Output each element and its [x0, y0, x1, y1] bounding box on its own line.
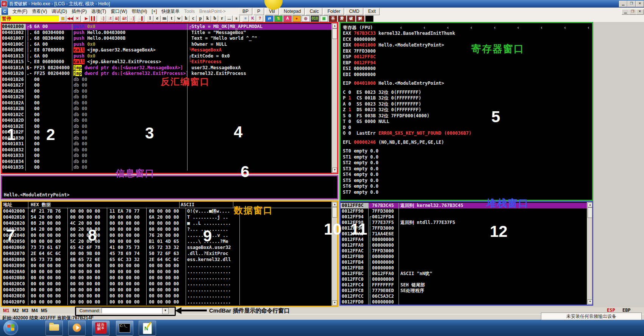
register-line[interactable]: O 0 LastErr ERROR_SXS_KEY_NOT_FOUND (000…	[341, 131, 592, 137]
register-line[interactable]: ST7 empty 0.0	[341, 190, 592, 196]
black-square[interactable]	[365, 16, 374, 22]
chevron-left-icon[interactable]: ‹	[587, 25, 590, 31]
explorer-taskbar-button[interactable]	[45, 320, 63, 336]
sync-plugin-icon[interactable]: ⇄	[265, 16, 274, 22]
scroll-up-icon[interactable]: ▲	[588, 202, 592, 207]
disasm-row[interactable]: 00401007│.68 0B304000push Hello.0040300B…	[2, 36, 331, 42]
stack-row[interactable]: 0012FFAC│7FFD3000	[341, 248, 587, 254]
scroll-down-icon[interactable]: ▼	[332, 300, 337, 305]
help-icon[interactable]: ?	[256, 16, 263, 22]
toolbar-letter-h[interactable]: h	[183, 16, 189, 22]
disasm-row[interactable]: 0040103500db 00	[2, 165, 331, 171]
log-list-icon[interactable]: ≡	[242, 16, 249, 22]
disasm-row[interactable]: 0040102B00db 00	[2, 106, 331, 112]
dump-row[interactable]: 004020004F 21 7B 7600 00 00 0011 EA 70 7…	[2, 208, 337, 214]
menu-item-1[interactable]: 查看(V)	[30, 8, 49, 15]
dump-row[interactable]: 0040205000 00 00 005C 20 00 0000 00 00 0…	[2, 238, 337, 244]
register-line[interactable]: ST5 empty 0.0	[341, 178, 592, 184]
stack-row[interactable]: 0012FFB0│00000000	[341, 254, 587, 260]
trace-into-icon[interactable]: ⇊]	[114, 16, 120, 22]
shortcut-editor-icon[interactable]: K	[249, 16, 256, 22]
menu-button-exit[interactable]: Exit	[364, 8, 380, 15]
register-line[interactable]: EIP 00401000 Hello.<ModuleEntryPoint>	[341, 81, 592, 87]
char-jie-button[interactable]: 解	[356, 16, 364, 22]
register-line[interactable]: ST3 empty 0.0	[341, 166, 592, 172]
menu-button-notepad[interactable]: Notepad	[280, 8, 305, 15]
disasm-row[interactable]: 0040103200db 00	[2, 147, 331, 153]
disasm-row[interactable]: 0040102C00db 00	[2, 112, 331, 118]
memory-tab-m2[interactable]: M2	[13, 308, 19, 313]
stack-row[interactable]: 0012FFC0│00000000	[341, 277, 587, 282]
window-plugin-icon[interactable]: ▣	[320, 16, 328, 22]
menu-item-9[interactable]: Tools	[182, 8, 197, 15]
toolbar-letter-r[interactable]: r	[219, 16, 225, 22]
toolbar-letter-l[interactable]: l	[147, 16, 153, 22]
chevron-left-icon[interactable]: ‹	[540, 25, 543, 31]
stack-row[interactable]: 0012FFD0│00000000	[341, 299, 587, 305]
toolbar-letter-e[interactable]: e	[154, 16, 161, 22]
stack-row[interactable]: 0012FFA8│00000000	[341, 243, 587, 248]
open-file-icon[interactable]: ▨	[59, 16, 66, 22]
register-line[interactable]: C 0 ES 0023 32位 0(FFFFFFFF)	[341, 90, 592, 96]
52pojie-taskbar-button[interactable]: 破吾解☂	[92, 320, 109, 336]
menu-item-4[interactable]: 选项(T)	[89, 8, 108, 15]
dump-row[interactable]: 004020A000 00 00 0000 00 00 0000 00 00 0…	[2, 269, 337, 275]
scroll-thumb[interactable]	[332, 28, 337, 39]
close-button[interactable]: ✕	[636, 1, 644, 7]
minimize-button[interactable]: ▁	[619, 1, 627, 7]
register-line[interactable]: EFL 00000246 (NO,NB,E,BE,NS,PE,GE,LE)	[341, 140, 592, 146]
disasm-row[interactable]: 0040103300db 00	[2, 153, 331, 159]
stack-row[interactable]: 0012FF98│777E37F5返回到 ntdll.777E37F5	[341, 220, 587, 226]
disasm-row[interactable]: 0040102800db 00	[2, 89, 331, 95]
chevron-left-icon[interactable]: ‹	[470, 25, 473, 31]
char-ai-button[interactable]: 爱	[338, 16, 346, 22]
mdi-restore-button[interactable]: ❐	[629, 9, 636, 15]
dump-row[interactable]: 0040202008 20 00 004C 20 00 0000 00 00 0…	[2, 220, 337, 226]
char-wu-button[interactable]: 吾	[329, 16, 337, 22]
info-window[interactable]: Hello.<ModuleEntryPoint>	[1, 175, 338, 199]
register-line[interactable]: EBP 0012FF94	[341, 60, 592, 66]
trace-over-icon[interactable]: ⇊t	[121, 16, 128, 22]
stack-row[interactable]: 0012FFCC│06C5A3C2	[341, 294, 587, 299]
toolbar-letter-b[interactable]: b	[211, 16, 218, 22]
stack-row[interactable]: 0012FFA4│00000000	[341, 237, 587, 243]
register-line[interactable]: EDX 00401000 Hello.<ModuleEntryPoint>	[341, 42, 592, 48]
disasm-row[interactable]: 0040102D00db 00	[2, 118, 331, 124]
cmd-taskbar-button[interactable]: C:\_	[116, 320, 133, 336]
scroll-thumb[interactable]	[332, 207, 337, 218]
target-plugin-icon[interactable]: ◎	[302, 16, 310, 22]
record-plugin-icon[interactable]: ●	[292, 16, 301, 22]
updown-plugin-icon[interactable]: ⇅	[274, 16, 283, 22]
stack-row[interactable]: 0012FFC4│FFFFFFFFSEH 链尾部	[341, 282, 587, 288]
notepadpp-taskbar-button[interactable]: N	[139, 320, 156, 336]
restart-icon[interactable]: ◀◀	[67, 16, 73, 22]
chevron-left-icon[interactable]: ‹	[400, 25, 402, 31]
chevron-left-icon[interactable]: ‹	[517, 25, 519, 31]
media-player-taskbar-button[interactable]	[68, 320, 86, 336]
chevron-left-icon[interactable]: ‹	[564, 25, 566, 31]
memory-tab-m5[interactable]: M5	[41, 308, 47, 313]
register-line[interactable]: EBX 7FFD3000	[341, 48, 592, 54]
register-line[interactable]: Z 1 DS 0023 32位 0(FFFFFFFF)	[341, 107, 592, 113]
disasm-row[interactable]: 00401002│.68 00304000push Hello.00403000…	[2, 30, 331, 36]
register-line[interactable]: ECX 00000000	[341, 37, 592, 43]
dump-row[interactable]: 004020F000 00 00 0000 00 00 0000 00 00 0…	[2, 299, 337, 305]
toolbar-letter-c[interactable]: c	[190, 16, 197, 22]
mdi-child-icon[interactable]: C	[2, 8, 8, 15]
stack-row[interactable]: 0012FFBC│0012FFA0ASCII "nN犹"	[341, 271, 587, 277]
stack-row[interactable]: 0012FF9C│7FFD3000	[341, 226, 587, 231]
dump-row[interactable]: 004020E000 00 00 0000 00 00 0000 00 00 0…	[2, 293, 337, 299]
disasm-row[interactable]: 0040101A$-FF25 08204000jmp dword ptr ds:…	[2, 65, 331, 71]
register-line[interactable]: ESI 00000000	[341, 66, 592, 72]
char-po-button[interactable]: 破	[347, 16, 355, 22]
toolbar-letter-s[interactable]: s	[233, 16, 240, 22]
register-line[interactable]: ST4 empty 0.0	[341, 172, 592, 178]
register-line[interactable]: ESP 0012FF8C	[341, 54, 592, 60]
chevron-left-icon[interactable]: ‹	[423, 25, 426, 31]
disasm-row[interactable]: 0040102900db 00	[2, 94, 331, 100]
register-line[interactable]: ST0 empty 0.0	[341, 148, 592, 154]
start-button[interactable]	[3, 320, 18, 335]
register-line[interactable]: EDI 00000000	[341, 72, 592, 78]
stack-row[interactable]: 0012FF94┌0012FFD4	[341, 214, 587, 220]
scroll-down-icon[interactable]: ▼	[588, 299, 592, 304]
